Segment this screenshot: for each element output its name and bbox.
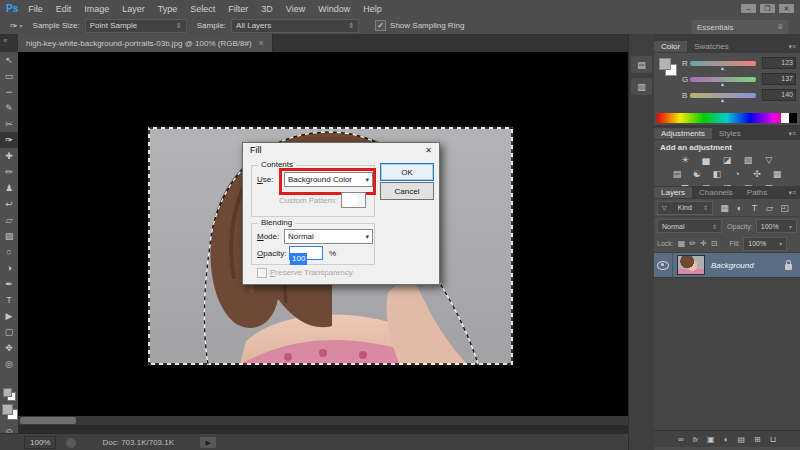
foreground-color-swatch[interactable] (3, 388, 12, 397)
menu-image[interactable]: Image (84, 4, 109, 14)
layer-visibility-eye-icon[interactable] (657, 261, 669, 270)
tab-close-icon[interactable]: × (259, 38, 264, 48)
tools-collapse-icon[interactable]: « (3, 36, 7, 45)
rectangular-marquee-tool[interactable]: ▭ (0, 68, 18, 84)
dialog-close-icon[interactable]: ✕ (425, 146, 432, 155)
menu-layer[interactable]: Layer (122, 4, 145, 14)
panel-menu-icon[interactable]: ▾≡ (788, 43, 796, 51)
sample-size-dropdown[interactable]: Point Sample ⇕ (85, 19, 187, 33)
cancel-button[interactable]: Cancel (380, 182, 434, 200)
workspace-switcher[interactable]: Essentials ≣ (692, 20, 788, 34)
link-layers-icon[interactable]: ∞ (678, 435, 684, 444)
panel-menu-icon[interactable]: ▾≡ (788, 130, 796, 138)
black-white-icon[interactable]: ◧ (710, 168, 725, 180)
channel-mixer-icon[interactable]: ✣ (750, 168, 765, 180)
tool-preset-arrow-icon[interactable]: ▾ (20, 22, 23, 29)
layer-fill-field[interactable]: 100% ▾ (743, 237, 787, 251)
add-layer-mask-icon[interactable]: ▣ (707, 435, 715, 444)
shape-tool[interactable]: ▢ (0, 324, 18, 340)
pen-tool[interactable]: ✒ (0, 276, 18, 292)
lock-all-icon[interactable]: ⊡ (711, 239, 718, 248)
tab-swatches[interactable]: Swatches (687, 41, 736, 52)
red-slider[interactable]: ▲ (690, 61, 756, 66)
blur-tool[interactable]: ○ (0, 244, 18, 260)
scrollbar-thumb[interactable] (20, 417, 76, 424)
exposure-icon[interactable]: ▧ (741, 154, 756, 166)
crop-tool[interactable]: ✂ (0, 116, 18, 132)
tab-styles[interactable]: Styles (712, 128, 748, 139)
layer-opacity-field[interactable]: 100% ▾ (756, 219, 797, 233)
use-dropdown[interactable]: Background Color ▾ (284, 172, 373, 187)
filter-pixel-layers-icon[interactable]: ▦ (717, 202, 732, 214)
delete-layer-icon[interactable]: ⊔ (770, 435, 776, 444)
hand-tool[interactable]: ✥ (0, 340, 18, 356)
brush-tool[interactable]: ✏ (0, 164, 18, 180)
zoom-level[interactable]: 100% (24, 436, 56, 449)
tab-color[interactable]: Color (654, 41, 687, 52)
slider-thumb-icon[interactable]: ▲ (720, 97, 725, 103)
eyedropper-tool-icon[interactable]: ✑ (10, 21, 18, 31)
opacity-input[interactable]: 100 (289, 246, 323, 260)
menu-view[interactable]: View (286, 4, 305, 14)
sampling-ring-checkbox[interactable]: ✓ (375, 20, 386, 31)
mode-dropdown[interactable]: Normal ▾ (284, 229, 373, 244)
layer-name[interactable]: Background (711, 261, 754, 270)
tab-channels[interactable]: Channels (692, 187, 740, 198)
tab-layers[interactable]: Layers (654, 187, 692, 198)
ok-button[interactable]: OK (380, 163, 434, 181)
slider-thumb-icon[interactable]: ▲ (720, 81, 725, 87)
curves-icon[interactable]: ◪ (720, 154, 735, 166)
menu-edit[interactable]: Edit (56, 4, 72, 14)
black-swatch[interactable] (789, 113, 797, 123)
dodge-tool[interactable]: ◑ (0, 260, 18, 276)
blue-slider[interactable]: ▲ (690, 93, 756, 98)
move-tool[interactable]: ↖ (0, 52, 18, 68)
menu-help[interactable]: Help (363, 4, 382, 14)
blend-mode-dropdown[interactable]: Normal ⇕ (657, 219, 722, 233)
clone-stamp-tool[interactable]: ♟ (0, 180, 18, 196)
document-tab[interactable]: high-key-white-background-portraits-03b.… (18, 34, 273, 52)
new-layer-icon[interactable]: ⊞ (754, 435, 761, 444)
collapsed-panel-properties-icon[interactable]: ▥ (631, 78, 652, 95)
filter-type-layers-icon[interactable]: T (747, 202, 762, 214)
history-brush-tool[interactable]: ↩ (0, 196, 18, 212)
type-tool[interactable]: T (0, 292, 18, 308)
minimize-button[interactable]: – (741, 4, 756, 13)
panel-menu-icon[interactable]: ▾≡ (788, 189, 796, 197)
tab-paths[interactable]: Paths (740, 187, 774, 198)
vibrance-icon[interactable]: ▽ (762, 154, 777, 166)
green-slider[interactable]: ▲ (690, 77, 756, 82)
color-lookup-icon[interactable]: ▦ (770, 168, 785, 180)
close-button[interactable]: ✕ (779, 4, 794, 13)
gradient-tool[interactable]: ▨ (0, 228, 18, 244)
layer-filter-kind-dropdown[interactable]: ▽ Kind ⇕ (657, 201, 713, 215)
zoom-tool[interactable]: ◎ (0, 356, 18, 372)
eraser-tool[interactable]: ▱ (0, 212, 18, 228)
menu-type[interactable]: Type (158, 4, 178, 14)
lasso-tool[interactable]: ∽ (0, 84, 18, 100)
lock-transparent-pixels-icon[interactable]: ▦ (678, 239, 686, 248)
menu-file[interactable]: File (28, 4, 43, 14)
filter-adjustment-layers-icon[interactable]: ◐ (732, 202, 747, 214)
menu-select[interactable]: Select (190, 4, 215, 14)
hue-saturation-icon[interactable]: ▤ (670, 168, 685, 180)
horizontal-scrollbar[interactable] (18, 416, 628, 425)
new-group-icon[interactable]: ▤ (738, 435, 746, 444)
foreground-color-swatch[interactable] (2, 404, 13, 415)
white-swatch[interactable] (781, 113, 789, 123)
eyedropper-tool[interactable]: ✑ (0, 132, 18, 148)
layer-style-icon[interactable]: fx (693, 436, 698, 443)
path-selection-tool[interactable]: ▶ (0, 308, 18, 324)
brightness-contrast-icon[interactable]: ☀ (678, 154, 693, 166)
layer-row-background[interactable]: Background (654, 253, 800, 278)
slider-thumb-icon[interactable]: ▲ (720, 65, 725, 71)
menu-filter[interactable]: Filter (228, 4, 248, 14)
color-spectrum-ramp[interactable] (657, 113, 797, 123)
layer-thumbnail[interactable] (677, 255, 705, 275)
menu-3d[interactable]: 3D (261, 4, 273, 14)
filter-smart-objects-icon[interactable]: ◰ (777, 202, 792, 214)
color-balance-icon[interactable]: ☯ (690, 168, 705, 180)
collapsed-panel-history-icon[interactable]: ▤ (631, 56, 652, 73)
sample-dropdown[interactable]: All Layers ⇕ (231, 19, 359, 33)
levels-icon[interactable]: ▅ (699, 154, 714, 166)
